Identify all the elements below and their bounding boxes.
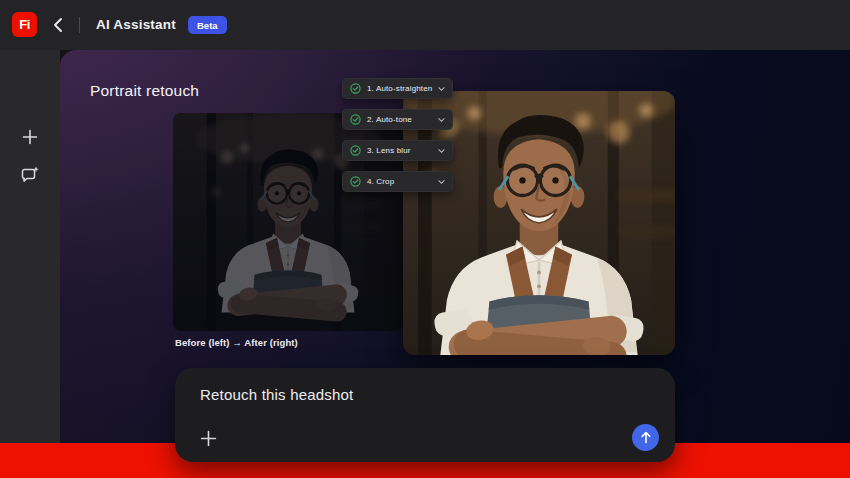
- page-title: AI Assistant: [96, 17, 176, 32]
- chevron-down-icon: [438, 85, 445, 92]
- step-crop[interactable]: 4. Crop: [342, 171, 453, 192]
- check-circle-icon: [350, 114, 361, 125]
- sidebar: [0, 50, 60, 443]
- plus-icon: [22, 129, 38, 145]
- prompt-input[interactable]: Retouch this headshot: [200, 386, 353, 403]
- step-label: 2. Auto-tone: [367, 115, 412, 124]
- retouch-steps-list: 1. Auto-straighten 2. Auto-tone 3. Lens …: [342, 78, 453, 202]
- step-auto-straighten[interactable]: 1. Auto-straighten: [342, 78, 453, 99]
- chevron-down-icon: [438, 147, 445, 154]
- chevron-down-icon: [438, 178, 445, 185]
- firefly-app-window: Fi AI Assistant Beta Portrait retouch: [0, 0, 850, 478]
- send-button[interactable]: [632, 424, 659, 451]
- plus-icon: [200, 430, 217, 447]
- beta-badge: Beta: [188, 16, 227, 34]
- prompt-composer[interactable]: Retouch this headshot: [175, 368, 675, 462]
- chat-sparkle-icon: [20, 165, 40, 185]
- new-chat-button[interactable]: [20, 127, 40, 147]
- check-circle-icon: [350, 176, 361, 187]
- step-label: 4. Crop: [367, 177, 394, 186]
- task-heading: Portrait retouch: [90, 82, 199, 100]
- check-circle-icon: [350, 83, 361, 94]
- chevron-left-icon: [53, 17, 63, 33]
- topbar-divider: [79, 17, 80, 33]
- before-after-caption: Before (left) → After (right): [175, 337, 298, 348]
- firefly-logo: Fi: [12, 12, 37, 37]
- back-button[interactable]: [48, 15, 68, 35]
- chevron-down-icon: [438, 116, 445, 123]
- arrow-up-icon: [640, 431, 652, 444]
- step-auto-tone[interactable]: 2. Auto-tone: [342, 109, 453, 130]
- chat-history-button[interactable]: [20, 165, 40, 185]
- top-bar: Fi AI Assistant Beta: [0, 0, 850, 50]
- add-attachment-button[interactable]: [199, 429, 217, 447]
- step-lens-blur[interactable]: 3. Lens blur: [342, 140, 453, 161]
- step-label: 1. Auto-straighten: [367, 84, 432, 93]
- check-circle-icon: [350, 145, 361, 156]
- step-label: 3. Lens blur: [367, 146, 411, 155]
